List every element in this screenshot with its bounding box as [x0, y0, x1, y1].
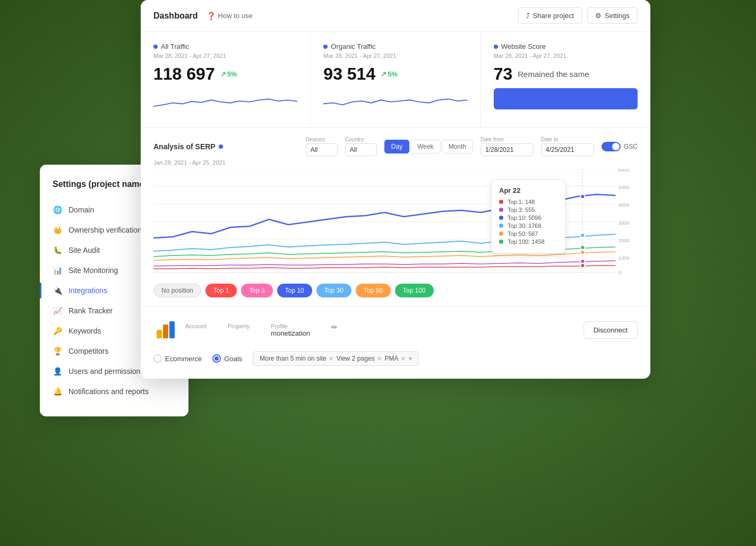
- date-to-group: Date to: [541, 136, 594, 156]
- organic-traffic-date: Mar 28, 2021 - Apr 27, 2021: [323, 53, 467, 59]
- question-icon: ❓: [207, 12, 216, 20]
- all-traffic-sparkline: [153, 88, 297, 115]
- sidebar-item-notifications[interactable]: 🔔 Notifications and reports: [40, 381, 188, 402]
- filter-top3[interactable]: Top 3: [241, 284, 272, 297]
- svg-point-18: [580, 250, 585, 254]
- dashboard-header: Dashboard ❓ How to use ⤴ Share project ⚙…: [141, 0, 650, 32]
- goals-radio[interactable]: Goals: [212, 354, 242, 363]
- devices-select[interactable]: All: [306, 143, 338, 156]
- all-traffic-label: All Traffic: [153, 42, 297, 50]
- dashboard: Dashboard ❓ How to use ⤴ Share project ⚙…: [141, 0, 650, 379]
- country-label: Country:: [345, 136, 377, 142]
- profile-label: Profile: [271, 323, 310, 329]
- all-traffic-dot: [153, 45, 158, 49]
- howto-link[interactable]: ❓ How to use: [207, 12, 253, 20]
- goal-tag-3-remove[interactable]: ✕: [401, 355, 406, 362]
- tooltip-dot-5: [499, 232, 503, 236]
- site-audit-icon: 🐛: [53, 245, 62, 255]
- filter-top100[interactable]: Top 100: [395, 284, 434, 297]
- rank-tracker-icon: 📈: [53, 306, 62, 315]
- filter-top10[interactable]: Top 10: [277, 284, 312, 297]
- tooltip-row-3: Top 10: 5096: [499, 215, 557, 221]
- goals-tags: More than 5 min on site ✕ View 2 pages ✕…: [253, 351, 418, 366]
- svg-rect-34: [157, 330, 162, 338]
- devices-label: Devices:: [306, 136, 338, 142]
- goal-tag-3: PMA ✕: [385, 355, 406, 362]
- share-icon: ⤴: [526, 12, 530, 20]
- period-week-button[interactable]: Week: [410, 140, 440, 153]
- date-to-label: Date to: [541, 136, 594, 142]
- disconnect-button[interactable]: Disconnect: [583, 321, 638, 339]
- site-monitoring-icon: 📊: [53, 266, 62, 275]
- domain-icon: 🌐: [53, 205, 62, 215]
- header-left: Dashboard ❓ How to use: [153, 11, 253, 21]
- settings-button[interactable]: ⚙ Settings: [587, 7, 638, 24]
- organic-traffic-pct: 5%: [388, 70, 398, 78]
- tooltip-row-4: Top 30: 1768: [499, 223, 557, 229]
- property-label: Property: [228, 323, 250, 329]
- filter-top30[interactable]: Top 30: [316, 284, 351, 297]
- date-from-input[interactable]: [480, 143, 534, 156]
- period-day-button[interactable]: Day: [384, 140, 409, 153]
- sidebar-item-label: Site Monitoring: [68, 266, 118, 275]
- sidebar-item-label: Ownership verification: [68, 226, 142, 234]
- up-arrow-icon: ↗: [381, 70, 386, 78]
- sidebar-item-label: Competitors: [68, 347, 108, 355]
- serp-title: Analysis of SERP: [153, 142, 223, 151]
- country-control: Country: All: [345, 136, 377, 156]
- ownership-icon: 👑: [53, 225, 62, 235]
- serp-date-range: Jan 28, 2021 - Apr 25, 2021: [141, 156, 650, 169]
- serp-header: Analysis of SERP Devices: All Country: A…: [141, 128, 650, 156]
- website-score-title: Website Score: [501, 42, 546, 50]
- tooltip-dot-6: [499, 240, 503, 244]
- sidebar-item-label: Notifications and reports: [68, 387, 149, 396]
- all-traffic-date: Mar 28, 2021 - Apr 27, 2021: [153, 53, 297, 59]
- account-field: Account: [185, 323, 207, 337]
- profile-value: monetization: [271, 329, 310, 337]
- integration-fields: Account Property Profile monetization ✏: [185, 323, 575, 337]
- filter-top50[interactable]: Top 50: [356, 284, 391, 297]
- tooltip-dot-3: [499, 216, 503, 220]
- svg-text:1000: 1000: [618, 255, 630, 261]
- svg-text:5000: 5000: [618, 185, 630, 190]
- gear-icon: ⚙: [595, 12, 602, 20]
- ecommerce-radio[interactable]: Ecommerce: [153, 354, 202, 363]
- sidebar-item-label: Users and permissions: [68, 367, 144, 376]
- svg-text:Apr 25: Apr 25: [605, 275, 618, 275]
- svg-text:6000: 6000: [618, 169, 630, 173]
- organic-traffic-dot: [323, 45, 328, 49]
- date-to-input[interactable]: [541, 143, 594, 156]
- settings-label: Settings: [605, 12, 630, 20]
- tooltip-label-2: Top 3: 555: [508, 207, 535, 213]
- country-select[interactable]: All: [345, 143, 377, 156]
- sidebar-item-label: Site Audit: [68, 246, 100, 254]
- account-label: Account: [185, 323, 207, 329]
- filter-top1[interactable]: Top 1: [205, 284, 237, 297]
- organic-traffic-value: 93 514 ↗ 5%: [323, 64, 467, 84]
- goal-tag-2-remove[interactable]: ✕: [377, 355, 382, 362]
- chart-tooltip: Apr 22 Top 1: 148 Top 3: 555 Top 10: 509…: [491, 180, 565, 253]
- period-month-button[interactable]: Month: [442, 140, 473, 153]
- goal-tag-1-remove[interactable]: ✕: [329, 355, 333, 362]
- date-from-group: Date from: [480, 136, 534, 156]
- ga-icon: [154, 319, 176, 340]
- share-project-button[interactable]: ⤴ Share project: [518, 7, 582, 24]
- svg-text:Feb 19: Feb 19: [269, 275, 283, 275]
- gsc-toggle[interactable]: GSC: [602, 142, 638, 151]
- svg-rect-35: [163, 325, 168, 338]
- website-score-card: Website Score Mar 28, 2021 - Apr 27, 202…: [481, 32, 650, 127]
- filter-no-position[interactable]: No position: [153, 284, 201, 297]
- ecommerce-radio-circle: [153, 354, 162, 363]
- website-score-dot: [494, 45, 498, 49]
- goal-tag-2-label: View 2 pages: [337, 355, 375, 362]
- organic-traffic-label: Organic Traffic: [323, 42, 467, 50]
- svg-text:Mar 5: Mar 5: [346, 275, 358, 275]
- gsc-toggle-switch[interactable]: [602, 142, 621, 151]
- sidebar-item-label: Domain: [68, 206, 94, 214]
- goals-dropdown-icon[interactable]: ▾: [409, 355, 412, 362]
- svg-point-17: [580, 245, 585, 250]
- edit-icon[interactable]: ✏: [331, 323, 338, 337]
- ecommerce-row: Ecommerce Goals More than 5 min on site …: [153, 346, 638, 371]
- tooltip-dot-1: [499, 200, 503, 204]
- sidebar-item-label: Rank Tracker: [68, 306, 113, 315]
